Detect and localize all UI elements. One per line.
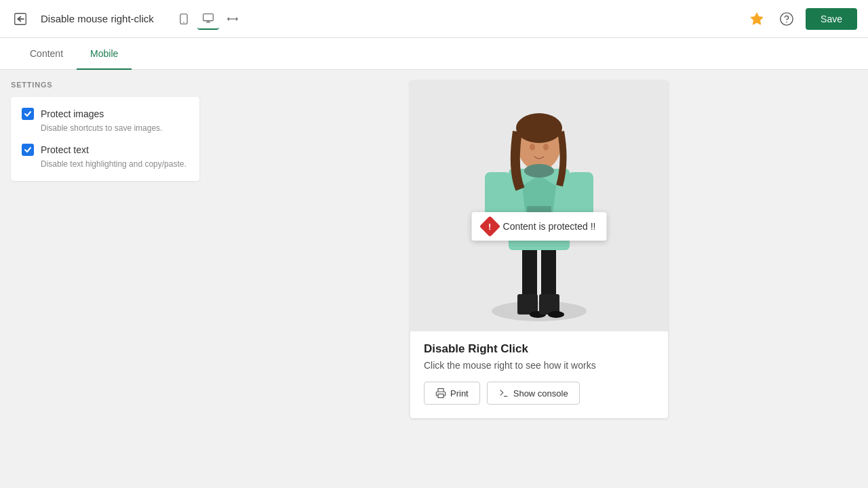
right-preview: Content is protected !! Disable Right Cl… bbox=[210, 70, 868, 487]
svg-point-28 bbox=[543, 144, 549, 150]
protect-images-item: Protect images Disable shortcuts to save… bbox=[22, 108, 189, 134]
svg-rect-4 bbox=[203, 14, 213, 20]
tabs-bar: Content Mobile bbox=[0, 38, 868, 70]
responsive-device-icon[interactable] bbox=[222, 8, 243, 30]
svg-point-9 bbox=[781, 12, 793, 24]
preview-image-container: Content is protected !! bbox=[410, 81, 668, 331]
svg-point-18 bbox=[548, 311, 564, 318]
protect-images-checkbox[interactable] bbox=[22, 108, 34, 120]
protect-text-checkbox[interactable] bbox=[22, 144, 34, 156]
warning-icon bbox=[479, 216, 500, 237]
preview-card: Content is protected !! Disable Right Cl… bbox=[410, 81, 668, 418]
print-label: Print bbox=[450, 388, 469, 399]
svg-point-3 bbox=[183, 22, 184, 22]
protect-images-row: Protect images bbox=[22, 108, 189, 120]
topbar-left: Disable mouse right-click bbox=[11, 8, 243, 30]
topbar: Disable mouse right-click bbox=[0, 0, 868, 38]
topbar-right: Save bbox=[746, 8, 857, 30]
save-button[interactable]: Save bbox=[806, 8, 857, 30]
page-title: Disable mouse right-click bbox=[41, 13, 154, 24]
tab-mobile[interactable]: Mobile bbox=[77, 39, 132, 70]
star-icon[interactable] bbox=[746, 8, 768, 30]
svg-rect-31 bbox=[438, 394, 443, 397]
svg-point-27 bbox=[530, 144, 535, 150]
mobile-device-icon[interactable] bbox=[173, 8, 195, 30]
svg-point-29 bbox=[524, 164, 554, 178]
console-icon bbox=[498, 388, 509, 399]
protect-text-item: Protect text Disable text highlighting a… bbox=[22, 144, 189, 170]
preview-title: Disable Right Click bbox=[424, 342, 654, 356]
show-console-button[interactable]: Show console bbox=[487, 382, 580, 405]
preview-content: Disable Right Click Click the mouse righ… bbox=[410, 331, 668, 418]
svg-marker-8 bbox=[751, 12, 763, 24]
protect-text-desc: Disable text highlighting and copy/paste… bbox=[41, 159, 189, 170]
svg-point-26 bbox=[516, 113, 562, 143]
content-protected-tooltip: Content is protected !! bbox=[472, 212, 607, 241]
svg-point-10 bbox=[787, 22, 787, 22]
main-layout: SETTINGS Protect images Disable shortcut… bbox=[0, 70, 868, 487]
preview-buttons: Print Show console bbox=[424, 382, 654, 405]
back-button[interactable] bbox=[11, 9, 30, 28]
help-icon[interactable] bbox=[776, 8, 797, 30]
tooltip-text: Content is protected !! bbox=[503, 221, 596, 232]
device-icons bbox=[173, 8, 243, 30]
protect-images-label: Protect images bbox=[41, 108, 104, 119]
print-button[interactable]: Print bbox=[424, 382, 480, 405]
desktop-device-icon[interactable] bbox=[197, 8, 219, 30]
settings-card: Protect images Disable shortcuts to save… bbox=[11, 97, 199, 181]
preview-subtitle: Click the mouse right to see how it work… bbox=[424, 360, 654, 371]
protect-text-row: Protect text bbox=[22, 144, 189, 156]
tab-content[interactable]: Content bbox=[16, 39, 77, 70]
show-console-label: Show console bbox=[513, 388, 568, 399]
left-panel: SETTINGS Protect images Disable shortcut… bbox=[0, 70, 210, 487]
protect-images-desc: Disable shortcuts to save images. bbox=[41, 123, 189, 134]
protect-text-label: Protect text bbox=[41, 144, 89, 155]
fashion-image bbox=[410, 81, 668, 331]
print-icon bbox=[435, 388, 446, 399]
settings-section-label: SETTINGS bbox=[11, 81, 199, 89]
